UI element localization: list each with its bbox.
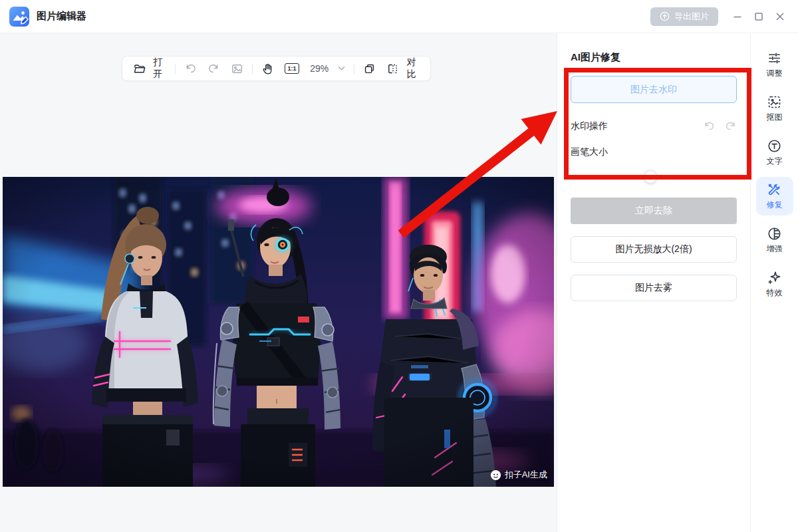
- minimize-button[interactable]: [730, 9, 745, 24]
- rail-item-repair[interactable]: 修复: [756, 177, 793, 215]
- compare-split-icon: [386, 63, 399, 75]
- hand-tool-button[interactable]: [260, 63, 275, 75]
- one-to-one-icon: 1:1: [285, 63, 299, 74]
- canvas-toolbar: 打开: [122, 56, 431, 81]
- compare-label: 对比: [403, 57, 420, 80]
- koko-logo-icon: [490, 469, 501, 481]
- rail-label: 特效: [767, 287, 783, 299]
- app-logo-icon: [9, 7, 29, 27]
- rail-label: 调整: [767, 68, 783, 79]
- watermark-redo-button[interactable]: [725, 120, 737, 132]
- export-image-label: 导出图片: [674, 11, 709, 23]
- remove-now-button[interactable]: 立即去除: [571, 198, 737, 224]
- open-file-button[interactable]: 打开: [132, 57, 168, 80]
- rail-label: 增强: [767, 243, 783, 255]
- toolbar-divider: [252, 64, 253, 74]
- compare-button[interactable]: 对比: [385, 57, 421, 80]
- ai-repair-panel: AI图片修复 图片去水印 水印操作 画笔大小: [557, 33, 750, 532]
- brush-slider-fill: [571, 175, 650, 179]
- rail-item-effects[interactable]: 特效: [756, 265, 793, 303]
- zoom-level-value: 29%: [310, 63, 329, 74]
- dehaze-button[interactable]: 图片去雾: [571, 275, 737, 301]
- undo-button[interactable]: [183, 63, 198, 75]
- brush-size-label: 画笔大小: [571, 146, 737, 158]
- tool-rail: 调整 抠图 文字: [750, 33, 798, 532]
- rail-item-text[interactable]: 文字: [756, 133, 793, 172]
- title-bar: 图片编辑器 导出图片: [0, 0, 798, 33]
- app-title: 图片编辑器: [37, 10, 86, 23]
- rail-item-cutout[interactable]: 抠图: [756, 89, 793, 128]
- remove-watermark-button[interactable]: 图片去水印: [571, 76, 737, 103]
- cutout-icon: [767, 94, 782, 110]
- cyberpunk-photo: [3, 177, 554, 487]
- folder-open-icon: [133, 63, 146, 75]
- upload-icon: [660, 11, 670, 21]
- rail-item-adjust[interactable]: 调整: [756, 45, 793, 84]
- panel-title: AI图片修复: [571, 51, 737, 64]
- ai-watermark: 扣子AI生成: [490, 469, 547, 481]
- upscale-2x-button[interactable]: 图片无损放大(2倍): [571, 236, 737, 263]
- open-file-label: 打开: [150, 57, 166, 80]
- zoom-level-dropdown[interactable]: 29%: [309, 63, 346, 74]
- chevron-down-icon: [338, 66, 345, 71]
- repair-icon: [767, 182, 782, 198]
- watermark-ops-label: 水印操作: [571, 120, 608, 132]
- canvas-image[interactable]: 扣子AI生成: [3, 177, 554, 487]
- close-button[interactable]: [773, 9, 787, 24]
- ai-watermark-text: 扣子AI生成: [505, 469, 547, 481]
- export-image-button[interactable]: 导出图片: [650, 7, 718, 26]
- rail-label: 文字: [767, 156, 783, 167]
- duplicate-button[interactable]: [362, 63, 377, 75]
- rail-label: 抠图: [767, 112, 783, 123]
- insert-image-button[interactable]: [229, 63, 245, 75]
- brush-slider-handle[interactable]: [644, 170, 657, 184]
- toolbar-divider: [354, 64, 354, 74]
- watermark-undo-button[interactable]: [703, 120, 715, 132]
- redo-button[interactable]: [206, 63, 221, 75]
- maximize-button[interactable]: [751, 9, 766, 24]
- brush-size-slider[interactable]: [571, 170, 737, 184]
- effects-icon: [767, 270, 782, 285]
- text-icon: [767, 138, 782, 154]
- actual-size-button[interactable]: 1:1: [283, 63, 301, 74]
- canvas-area: 打开: [0, 33, 557, 532]
- toolbar-divider: [175, 64, 176, 74]
- enhance-icon: [767, 226, 782, 241]
- rail-label: 修复: [767, 200, 783, 211]
- sliders-icon: [767, 51, 782, 66]
- rail-item-enhance[interactable]: 增强: [756, 221, 793, 259]
